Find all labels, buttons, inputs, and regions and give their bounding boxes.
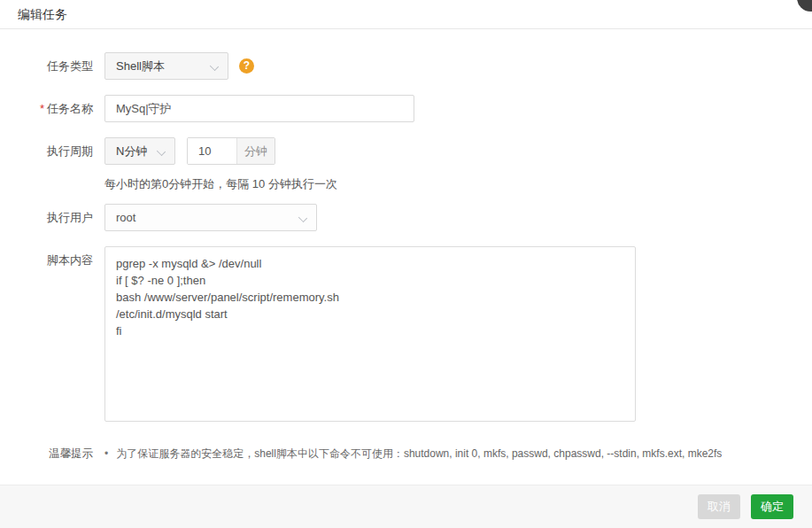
required-asterisk: *	[40, 102, 44, 115]
script-label: 脚本内容	[0, 246, 93, 268]
task-name-input[interactable]	[104, 95, 414, 122]
task-type-row: 任务类型 Shell脚本 ?	[0, 52, 812, 80]
script-content-textarea[interactable]: pgrep -x mysqld &> /dev/null if [ $? -ne…	[104, 246, 636, 422]
cycle-interval-group: 分钟	[187, 137, 275, 165]
dialog-header: 编辑任务	[0, 0, 812, 29]
run-user-label: 执行用户	[0, 204, 93, 231]
cycle-label: 执行周期	[0, 137, 93, 165]
cycle-unit-select[interactable]: N分钟	[104, 137, 175, 165]
chevron-down-icon	[157, 147, 166, 156]
script-row: 脚本内容 pgrep -x mysqld &> /dev/null if [ $…	[0, 246, 812, 422]
cycle-interval-input[interactable]	[188, 138, 236, 164]
chevron-down-icon	[210, 62, 219, 71]
cycle-unit-select-value: N分钟	[116, 144, 147, 158]
dialog-footer: 取消 确定	[0, 485, 812, 528]
tips-text: 为了保证服务器的安全稳定，shell脚本中以下命令不可使用：shutdown, …	[116, 446, 722, 462]
bullet-icon: •	[104, 447, 108, 460]
help-icon[interactable]: ?	[239, 58, 254, 74]
cycle-row: 执行周期 N分钟 分钟	[0, 137, 812, 165]
dialog-title: 编辑任务	[18, 7, 67, 21]
run-user-select[interactable]: root	[104, 204, 317, 231]
tips-label: 温馨提示	[0, 446, 93, 461]
confirm-button[interactable]: 确定	[751, 494, 793, 519]
cycle-hint-text: 每小时的第0分钟开始，每隔 10 分钟执行一次	[104, 176, 812, 192]
cancel-button[interactable]: 取消	[698, 494, 740, 519]
task-type-label: 任务类型	[0, 52, 93, 80]
task-name-row: *任务名称	[0, 95, 812, 122]
task-name-label: *任务名称	[0, 95, 93, 122]
cycle-unit-suffix: 分钟	[236, 138, 275, 164]
edit-task-form: 任务类型 Shell脚本 ? *任务名称 执行周期 N分钟 分钟 每小	[0, 29, 812, 462]
task-type-select-value: Shell脚本	[116, 59, 165, 73]
tips-row: 温馨提示 • 为了保证服务器的安全稳定，shell脚本中以下命令不可使用：shu…	[0, 446, 812, 462]
task-type-select[interactable]: Shell脚本	[104, 52, 228, 80]
chevron-down-icon	[298, 214, 307, 222]
run-user-select-value: root	[116, 211, 135, 224]
run-user-row: 执行用户 root	[0, 204, 812, 231]
